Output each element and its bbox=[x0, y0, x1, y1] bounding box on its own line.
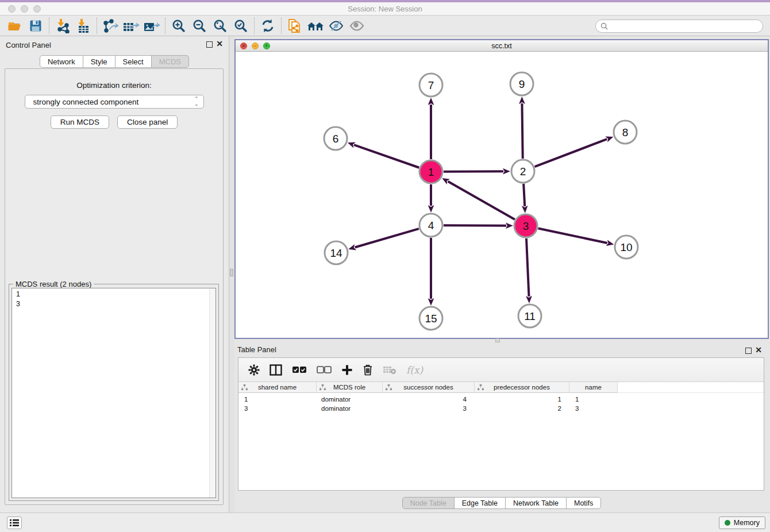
column-header-successor-nodes[interactable]: successor nodes bbox=[383, 382, 475, 393]
memory-button[interactable]: Memory bbox=[719, 516, 765, 529]
clone-network-button[interactable] bbox=[284, 17, 305, 34]
table-settings-button[interactable] bbox=[248, 364, 260, 376]
graph-node-11[interactable]: 11 bbox=[518, 304, 541, 327]
toggle-panes-button[interactable] bbox=[270, 364, 282, 376]
first-neighbors-button[interactable] bbox=[305, 17, 326, 34]
graph-node-2[interactable]: 2 bbox=[511, 160, 534, 183]
zoom-fit-button[interactable] bbox=[210, 17, 230, 34]
task-history-button[interactable] bbox=[7, 516, 22, 529]
export-image-button[interactable] bbox=[141, 17, 162, 34]
column-header-mcds-role[interactable]: MCDS role bbox=[317, 382, 383, 393]
search-input[interactable] bbox=[610, 21, 763, 32]
graph-node-14[interactable]: 14 bbox=[325, 241, 348, 264]
tab-style[interactable]: Style bbox=[83, 55, 116, 68]
tab-edge-table[interactable]: Edge Table bbox=[454, 497, 506, 509]
table-cell[interactable]: dominator bbox=[317, 396, 383, 403]
graph-edge-4-3[interactable] bbox=[444, 225, 506, 226]
table-cell[interactable]: 3 bbox=[238, 405, 317, 412]
network-window-titlebar[interactable]: ✕ − + scc.txt bbox=[236, 40, 768, 52]
export-image-icon bbox=[143, 18, 160, 33]
graph-node-15[interactable]: 15 bbox=[419, 307, 442, 330]
graph-node-7[interactable]: 7 bbox=[419, 74, 442, 97]
graph-edge-1-6[interactable] bbox=[354, 145, 419, 168]
table-cell[interactable]: dominator bbox=[317, 405, 383, 412]
delete-table-icon bbox=[383, 365, 396, 375]
graph-edge-2-9[interactable] bbox=[522, 103, 522, 159]
network-view-window: ✕ − + scc.txt 7968124314101511 bbox=[234, 39, 769, 339]
delete-table-button[interactable] bbox=[383, 365, 396, 375]
zoom-out-button[interactable] bbox=[189, 17, 210, 34]
delete-columns-button[interactable] bbox=[363, 364, 373, 376]
tab-select[interactable]: Select bbox=[115, 55, 152, 68]
close-panel-button[interactable]: Close panel bbox=[117, 115, 178, 129]
zoom-selected-icon bbox=[233, 18, 248, 33]
optimization-criterion-label: Optimization criterion: bbox=[5, 81, 223, 90]
graph-node-6[interactable]: 6 bbox=[324, 127, 347, 150]
open-session-button[interactable] bbox=[5, 17, 25, 34]
create-column-button[interactable] bbox=[341, 364, 353, 376]
function-builder-button[interactable]: f(x) bbox=[406, 364, 423, 376]
table-cell[interactable]: 1 bbox=[238, 396, 317, 403]
column-header-shared-name[interactable]: shared name bbox=[238, 382, 317, 393]
close-table-panel-icon[interactable]: ✕ bbox=[755, 346, 762, 354]
show-all-columns-button[interactable] bbox=[292, 366, 307, 374]
memory-status-icon bbox=[725, 520, 730, 526]
open-folder-icon bbox=[7, 19, 22, 33]
export-table-button[interactable] bbox=[121, 17, 141, 34]
hide-all-columns-button[interactable] bbox=[317, 366, 332, 374]
graph-node-label: 2 bbox=[520, 165, 526, 178]
splitter-handle[interactable] bbox=[230, 269, 233, 276]
mcds-result-textarea[interactable]: 13 bbox=[11, 288, 216, 498]
network-canvas[interactable]: 7968124314101511 bbox=[236, 52, 768, 338]
criterion-dropdown[interactable]: strongly connected component ⌃⌄ bbox=[25, 95, 204, 109]
search-box[interactable] bbox=[595, 20, 763, 33]
float-table-panel-icon[interactable] bbox=[745, 348, 752, 354]
panel-splitter[interactable] bbox=[229, 36, 234, 512]
table-row[interactable]: 3dominator323 bbox=[238, 404, 764, 413]
zoom-out-icon bbox=[192, 18, 207, 33]
tab-network-table[interactable]: Network Table bbox=[505, 497, 567, 509]
graph-node-1[interactable]: 1 bbox=[419, 160, 442, 183]
zoom-selected-button[interactable] bbox=[230, 17, 251, 34]
control-panel-title: Control Panel bbox=[6, 41, 51, 49]
column-header-name[interactable]: name bbox=[569, 382, 618, 393]
table-cell[interactable]: 4 bbox=[383, 396, 475, 403]
save-session-button[interactable] bbox=[25, 17, 46, 34]
graph-edge-3-1[interactable] bbox=[448, 182, 515, 219]
graph-node-3[interactable]: 3 bbox=[514, 214, 537, 237]
graph-node-4[interactable]: 4 bbox=[419, 214, 442, 237]
graph-node-10[interactable]: 10 bbox=[615, 236, 638, 259]
graph-edge-1-2[interactable] bbox=[444, 171, 503, 172]
graph-edge-2-3[interactable] bbox=[523, 184, 525, 206]
graph-node-9[interactable]: 9 bbox=[510, 72, 533, 95]
export-network-button[interactable] bbox=[100, 17, 121, 34]
result-scrollbar[interactable] bbox=[209, 288, 215, 498]
float-panel-icon[interactable] bbox=[206, 41, 213, 48]
tab-network[interactable]: Network bbox=[40, 55, 83, 68]
table-cell[interactable]: 3 bbox=[383, 405, 475, 412]
tab-mcds[interactable]: MCDS bbox=[151, 55, 189, 68]
tab-node-table[interactable]: Node Table bbox=[402, 497, 455, 509]
table-cell[interactable]: 2 bbox=[475, 405, 569, 412]
column-header-predecessor-nodes[interactable]: predecessor nodes bbox=[475, 382, 569, 393]
import-table-button[interactable] bbox=[73, 17, 94, 34]
zoom-in-button[interactable] bbox=[168, 17, 189, 34]
graph-edge-4-14[interactable] bbox=[355, 229, 419, 247]
eye-icon bbox=[349, 19, 365, 33]
frame-resize-handle[interactable] bbox=[495, 338, 500, 342]
table-row[interactable]: 1dominator411 bbox=[238, 395, 764, 404]
graph-edge-2-8[interactable] bbox=[535, 139, 607, 167]
table-cell[interactable]: 3 bbox=[569, 405, 618, 412]
graph-edge-3-11[interactable] bbox=[526, 238, 529, 296]
table-cell[interactable]: 1 bbox=[475, 396, 569, 403]
close-panel-icon[interactable]: ✕ bbox=[216, 40, 223, 48]
show-all-button[interactable] bbox=[346, 17, 367, 34]
tab-motifs[interactable]: Motifs bbox=[566, 497, 601, 509]
run-mcds-button[interactable]: Run MCDS bbox=[51, 115, 109, 129]
import-network-button[interactable] bbox=[52, 17, 73, 34]
apply-layout-button[interactable] bbox=[257, 17, 278, 34]
graph-edge-3-10[interactable] bbox=[538, 229, 607, 243]
table-cell[interactable]: 1 bbox=[569, 396, 618, 403]
hide-selected-button[interactable] bbox=[326, 17, 346, 34]
graph-node-8[interactable]: 8 bbox=[614, 121, 637, 144]
